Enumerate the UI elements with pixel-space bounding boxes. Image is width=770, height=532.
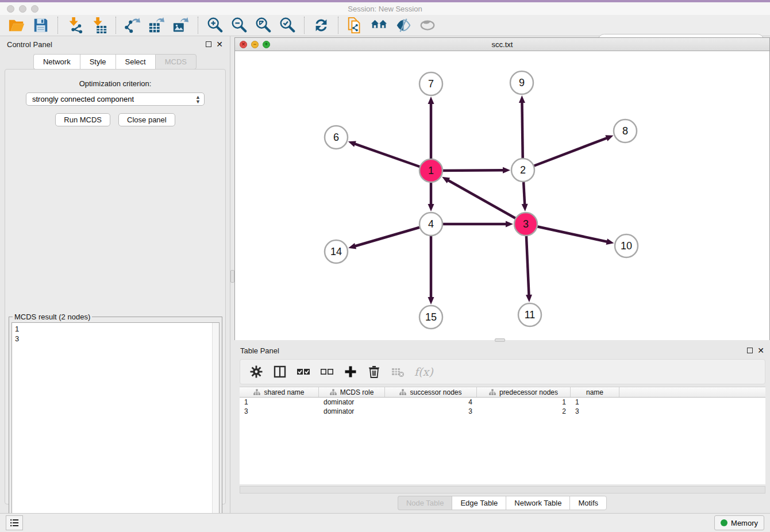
mcds-result-list[interactable]: 13 xyxy=(11,322,220,530)
graph-node-label: 14 xyxy=(330,246,342,257)
graph-node-label: 1 xyxy=(428,165,434,176)
close-panel-icon[interactable]: ✕ xyxy=(216,41,223,47)
edge-arrowhead xyxy=(506,221,513,228)
save-icon[interactable] xyxy=(32,17,49,34)
zoom-selected-icon[interactable] xyxy=(279,17,296,34)
edge-2-8[interactable] xyxy=(523,138,607,170)
node-table[interactable]: shared nameMCDS rolesuccessor nodesprede… xyxy=(240,387,765,484)
network-window-titlebar[interactable]: ✕ − + scc.txt xyxy=(235,38,769,51)
cell-successor-nodes[interactable]: 3 xyxy=(385,407,477,416)
task-history-button[interactable] xyxy=(6,515,23,530)
clone-network-icon[interactable] xyxy=(346,17,364,34)
table-row[interactable]: 1dominator411 xyxy=(240,398,765,407)
tab-edge-table[interactable]: Edge Table xyxy=(452,496,506,510)
optimization-criterion-select[interactable]: strongly connected component ▲▼ xyxy=(26,92,205,106)
close-table-panel-icon[interactable]: ✕ xyxy=(757,348,764,353)
eye-icon[interactable] xyxy=(419,17,436,34)
export-image-icon[interactable] xyxy=(172,17,190,34)
table-toolbar: f(x) xyxy=(240,359,765,384)
tab-mcds[interactable]: MCDS xyxy=(155,54,197,70)
cell-predecessor-nodes[interactable]: 1 xyxy=(477,398,571,407)
edge-1-6[interactable] xyxy=(354,144,431,171)
import-network-icon[interactable] xyxy=(66,17,83,34)
memory-label: Memory xyxy=(731,519,758,527)
table-row[interactable]: 3dominator323 xyxy=(240,407,765,416)
tab-network-table[interactable]: Network Table xyxy=(506,496,569,510)
home-icon[interactable] xyxy=(371,17,388,34)
cell-name[interactable]: 1 xyxy=(571,398,619,407)
result-scrollbar[interactable] xyxy=(212,323,219,530)
cell-MCDS-role[interactable]: dominator xyxy=(319,407,385,416)
float-table-panel-icon[interactable] xyxy=(747,348,753,353)
table-hscrollbar[interactable] xyxy=(240,486,765,494)
edge-arrowhead xyxy=(428,97,434,104)
cell-MCDS-role[interactable]: dominator xyxy=(319,398,385,407)
export-table-icon[interactable] xyxy=(148,17,165,34)
zoom-out-icon[interactable] xyxy=(230,17,248,34)
import-table-icon[interactable] xyxy=(90,17,107,34)
column-header-predecessor-nodes[interactable]: predecessor nodes xyxy=(477,387,571,397)
edge-arrowhead xyxy=(605,135,613,141)
network-canvas[interactable]: 7968124314101511 xyxy=(235,51,769,340)
refresh-icon[interactable] xyxy=(313,17,330,34)
run-mcds-button[interactable]: Run MCDS xyxy=(55,113,110,126)
cell-shared-name[interactable]: 3 xyxy=(240,407,319,416)
cell-shared-name[interactable]: 1 xyxy=(240,398,319,407)
export-network-icon[interactable] xyxy=(124,17,141,34)
table-tabs: Node TableEdge TableNetwork TableMotifs xyxy=(234,496,770,510)
zoom-fit-icon[interactable] xyxy=(255,17,272,34)
edge-3-1[interactable] xyxy=(448,180,526,224)
graph-node-label: 9 xyxy=(519,77,525,88)
column-header-successor-nodes[interactable]: successor nodes xyxy=(385,387,477,397)
cell-predecessor-nodes[interactable]: 2 xyxy=(477,407,571,416)
network-graph[interactable]: 7968124314101511 xyxy=(235,51,769,340)
close-panel-button[interactable]: Close panel xyxy=(118,113,175,126)
column-header-label: shared name xyxy=(264,388,304,396)
tab-motifs[interactable]: Motifs xyxy=(569,496,607,510)
application-window: Session: New Session xyxy=(0,0,770,532)
hide-panel-icon[interactable] xyxy=(395,17,412,34)
tab-network[interactable]: Network xyxy=(33,54,80,70)
delete-table-icon xyxy=(391,365,405,379)
graph-node-label: 7 xyxy=(428,78,434,90)
add-column-icon[interactable] xyxy=(344,365,357,379)
control-panel-tabs: NetworkStyleSelectMCDS xyxy=(0,54,230,70)
mcds-result-group: MCDS result (2 nodes) 13 xyxy=(9,317,222,532)
chevron-up-down-icon: ▲▼ xyxy=(195,95,201,104)
gear-icon[interactable] xyxy=(249,365,263,379)
table-panel: Table Panel ✕ f(x) shared nameMCDS roles… xyxy=(234,343,770,513)
float-panel-icon[interactable] xyxy=(206,41,211,47)
tab-select[interactable]: Select xyxy=(116,54,155,70)
unselect-all-icon[interactable] xyxy=(320,365,334,379)
cell-successor-nodes[interactable]: 4 xyxy=(385,398,477,407)
tab-node-table[interactable]: Node Table xyxy=(398,496,452,510)
optimization-criterion-label: Optimization criterion: xyxy=(5,79,225,88)
memory-button[interactable]: Memory xyxy=(714,515,764,530)
dropdown-selected-value: strongly connected component xyxy=(32,95,134,103)
column-header-name[interactable]: name xyxy=(571,387,619,397)
columns-icon[interactable] xyxy=(273,365,287,379)
window-title: Session: New Session xyxy=(0,5,770,13)
cell-name[interactable]: 3 xyxy=(571,407,619,416)
edge-arrowhead xyxy=(606,238,614,245)
result-line: 3 xyxy=(15,334,216,344)
panel-splitter-handle[interactable] xyxy=(230,270,234,283)
graph-node-label: 2 xyxy=(520,164,526,176)
control-panel: Control Panel ✕ NetworkStyleSelectMCDS O… xyxy=(0,36,230,513)
column-header-MCDS-role[interactable]: MCDS role xyxy=(319,387,385,397)
edge-arrowhead xyxy=(348,243,356,249)
mcds-tab-content: Optimization criterion: strongly connect… xyxy=(5,69,226,504)
column-header-label: successor nodes xyxy=(410,388,461,396)
horizontal-splitter-handle[interactable] xyxy=(495,338,505,342)
edge-3-10[interactable] xyxy=(526,224,608,242)
tab-style[interactable]: Style xyxy=(80,54,116,70)
edge-arrowhead xyxy=(503,167,510,174)
column-header-shared-name[interactable]: shared name xyxy=(240,387,319,397)
select-all-icon[interactable] xyxy=(297,365,310,379)
open-folder-icon[interactable] xyxy=(8,17,25,34)
column-header-label: name xyxy=(586,388,603,396)
zoom-in-icon[interactable] xyxy=(206,17,224,34)
graph-node-label: 3 xyxy=(523,218,529,230)
delete-column-icon[interactable] xyxy=(367,365,381,379)
graph-node-label: 11 xyxy=(525,309,536,321)
